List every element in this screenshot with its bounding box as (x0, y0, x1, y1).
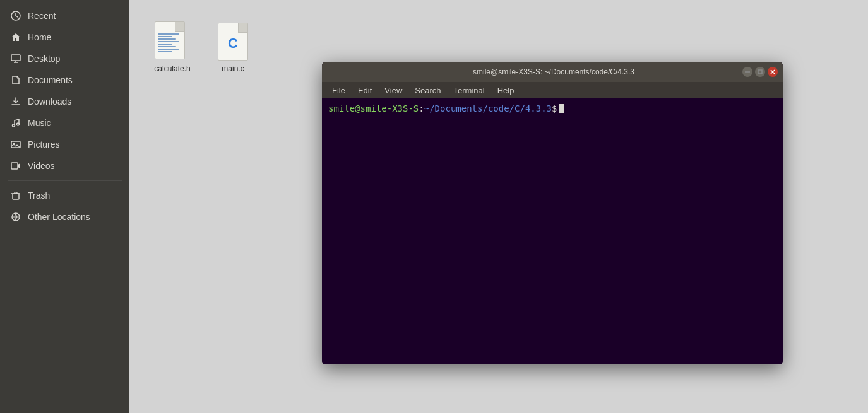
sidebar-separator (8, 180, 122, 181)
svg-rect-12 (13, 194, 19, 199)
terminal-menu-edit[interactable]: Edit (353, 84, 377, 96)
sidebar-item-music-label: Music (28, 118, 51, 128)
main-area: calculate.h C main.c smile@smile-X3S-S: … (129, 0, 868, 413)
svg-point-8 (17, 123, 20, 125)
terminal-window: smile@smile-X3S-S: ~/Documents/code/C/4.… (322, 62, 783, 364)
file-item-main-c[interactable]: C main.c (208, 18, 258, 77)
terminal-body[interactable]: smile@smile-X3S-S : ~/Documents/code/C/4… (322, 98, 783, 364)
file-name-calculate-h: calculate.h (154, 64, 190, 73)
sidebar-item-trash[interactable]: Trash (3, 185, 127, 206)
sidebar-item-documents[interactable]: Documents (3, 69, 127, 91)
terminal-menu-file[interactable]: File (327, 84, 350, 96)
terminal-close-button[interactable] (768, 67, 778, 77)
sidebar-item-pictures[interactable]: Pictures (3, 134, 127, 155)
terminal-cursor (559, 104, 564, 113)
terminal-title: smile@smile-X3S-S: ~/Documents/code/C/4.… (365, 67, 742, 76)
sidebar-item-recent-label: Recent (28, 11, 56, 21)
sidebar-item-trash-label: Trash (28, 190, 50, 201)
svg-rect-17 (758, 70, 762, 74)
other-locations-icon (10, 211, 21, 223)
terminal-maximize-button[interactable] (755, 67, 765, 77)
sidebar-item-desktop-label: Desktop (28, 54, 60, 64)
file-icon-c: C (215, 21, 251, 62)
sidebar-item-documents-label: Documents (28, 75, 73, 85)
sidebar-item-music[interactable]: Music (3, 112, 127, 134)
sidebar-item-downloads[interactable]: Downloads (3, 91, 127, 112)
home-icon (10, 32, 21, 43)
sidebar-item-desktop[interactable]: Desktop (3, 48, 127, 69)
documents-icon (10, 74, 21, 86)
sidebar-item-other-locations[interactable]: Other Locations (3, 206, 127, 228)
terminal-minimize-button[interactable] (742, 67, 752, 77)
sidebar-item-pictures-label: Pictures (28, 139, 60, 149)
trash-icon (10, 190, 21, 201)
desktop-icon (10, 53, 21, 64)
svg-rect-3 (11, 55, 20, 61)
sidebar-item-videos-label: Videos (28, 161, 55, 171)
file-item-calculate-h[interactable]: calculate.h (147, 18, 198, 77)
sidebar-item-recent[interactable]: Recent (3, 5, 127, 26)
downloads-icon (10, 96, 21, 107)
terminal-menu-view[interactable]: View (379, 84, 407, 96)
prompt-colon: : (419, 103, 424, 113)
sidebar: Recent Home Desktop Documents Downloads … (0, 0, 129, 413)
file-icon-h (155, 21, 190, 62)
svg-rect-11 (11, 163, 18, 169)
prompt-dollar: $ (552, 103, 557, 113)
terminal-titlebar: smile@smile-X3S-S: ~/Documents/code/C/4.… (322, 62, 783, 82)
svg-point-7 (13, 124, 15, 127)
prompt-user-host: smile@smile-X3S-S (328, 103, 419, 113)
svg-line-2 (16, 16, 18, 17)
prompt-path: ~/Documents/code/C/4.3.3 (424, 103, 552, 113)
clock-icon (10, 10, 21, 21)
music-icon (10, 117, 21, 129)
terminal-window-controls (742, 67, 778, 77)
terminal-menu-search[interactable]: Search (410, 84, 446, 96)
terminal-menu-help[interactable]: Help (492, 84, 520, 96)
sidebar-item-home[interactable]: Home (3, 26, 127, 48)
sidebar-item-videos[interactable]: Videos (3, 155, 127, 177)
terminal-menubar: File Edit View Search Terminal Help (322, 82, 783, 98)
terminal-prompt-line: smile@smile-X3S-S : ~/Documents/code/C/4… (328, 103, 776, 113)
sidebar-item-downloads-label: Downloads (28, 96, 71, 107)
file-name-main-c: main.c (222, 64, 244, 73)
sidebar-item-other-locations-label: Other Locations (28, 212, 90, 222)
pictures-icon (10, 139, 21, 150)
sidebar-item-home-label: Home (28, 32, 51, 42)
videos-icon (10, 160, 21, 172)
terminal-menu-terminal[interactable]: Terminal (449, 84, 490, 96)
